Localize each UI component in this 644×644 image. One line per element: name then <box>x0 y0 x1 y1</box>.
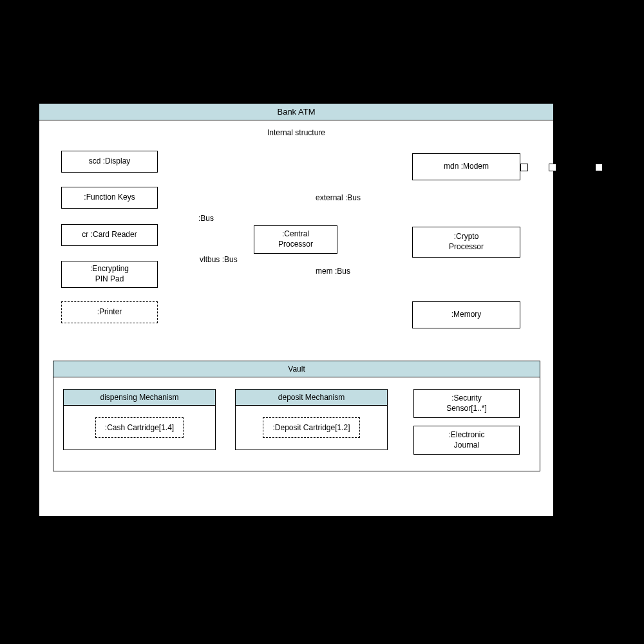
security-sensor-box: :Security Sensor[1..*] <box>413 389 520 418</box>
dispensing-title: dispensing Mechanism <box>64 390 215 406</box>
external-port <box>595 164 603 171</box>
vltbus-label: vltbus :Bus <box>200 255 238 264</box>
dispensing-mechanism: dispensing Mechanism :Cash Cartridge[1.4… <box>63 389 216 450</box>
modem-port-2 <box>549 164 556 171</box>
display-box: scd :Display <box>61 151 158 173</box>
central-processor-box: :Central Processor <box>254 225 337 254</box>
deposit-cartridge: :Deposit Cartridge[1.2] <box>263 417 359 438</box>
crypto-processor-box: :Crypto Processor <box>412 227 520 258</box>
mem-bus-label: mem :Bus <box>316 267 350 276</box>
vault-frame: Vault dispensing Mechanism :Cash Cartrid… <box>53 361 540 471</box>
frame-title: Bank ATM <box>39 104 553 120</box>
modem-port-1 <box>520 164 528 171</box>
frame-subtitle: Internal structure <box>39 128 553 137</box>
bus-label: :Bus <box>198 214 214 223</box>
printer-box: :Printer <box>61 301 158 323</box>
vault-title: Vault <box>53 361 540 377</box>
function-keys-box: :Function Keys <box>61 187 158 209</box>
electronic-journal-box: :Electronic Journal <box>413 426 520 455</box>
external-bus-label: external :Bus <box>316 193 361 202</box>
modem-box: mdn :Modem <box>412 153 520 180</box>
diagram-canvas: Bank ATM Internal structure scd :Display… <box>0 0 644 644</box>
memory-box: :Memory <box>412 301 520 328</box>
deposit-mechanism: deposit Mechanism :Deposit Cartridge[1.2… <box>235 389 388 450</box>
vault-body: dispensing Mechanism :Cash Cartridge[1.4… <box>53 377 540 471</box>
pin-pad-box: :Encrypting PIN Pad <box>61 261 158 288</box>
card-reader-box: cr :Card Reader <box>61 224 158 246</box>
cash-cartridge: :Cash Cartridge[1.4] <box>95 417 184 438</box>
vault-right-column: :Security Sensor[1..*] :Electronic Journ… <box>413 389 520 455</box>
deposit-title: deposit Mechanism <box>236 390 387 406</box>
